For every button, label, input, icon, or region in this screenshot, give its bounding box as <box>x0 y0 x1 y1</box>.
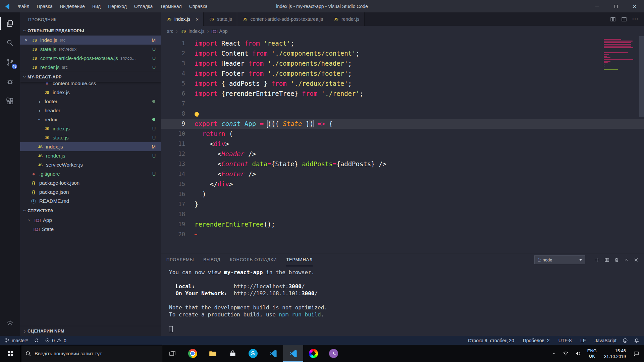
code-line-19[interactable]: 19rerenderEntireTree(); <box>161 219 644 229</box>
outline-item-State[interactable]: [@]State <box>20 225 161 234</box>
task-view-button[interactable] <box>162 345 182 362</box>
tree-item-render.js[interactable]: JSrender.jsU <box>20 151 161 160</box>
chrome-icon[interactable] <box>182 345 203 362</box>
code-line-18[interactable]: 18 <box>161 209 644 219</box>
panel-tab-ВЫВОД[interactable]: ВЫВОД <box>203 253 220 266</box>
viber-icon[interactable] <box>323 345 343 362</box>
editor-scrollbar[interactable] <box>639 36 644 117</box>
feedback-smiley-icon[interactable] <box>623 338 628 343</box>
settings-gear-icon[interactable] <box>0 313 20 333</box>
maximize-button[interactable] <box>606 0 625 12</box>
notifications-bell-icon[interactable] <box>634 338 639 343</box>
code-line-15[interactable]: 15 </div> <box>161 179 644 189</box>
open-editor-content-article-add-post-textarea.js[interactable]: JScontent-article-add-post-textarea.jssr… <box>20 54 161 63</box>
taskbar-search-input[interactable] <box>35 351 158 356</box>
close-icon[interactable]: × <box>23 37 29 43</box>
panel-tab-ТЕРМИНАЛ[interactable]: ТЕРМИНАЛ <box>286 253 313 266</box>
code-line-5[interactable]: 5import { addPosts } from './redux/state… <box>161 78 644 88</box>
search-icon[interactable] <box>0 33 20 53</box>
extensions-icon[interactable] <box>0 92 20 111</box>
tree-item-footer[interactable]: footer <box>20 97 161 106</box>
tree-item-serviceWorker.js[interactable]: JSserviceWorker.js <box>20 160 161 169</box>
menu-Отладка[interactable]: Отладка <box>130 0 156 12</box>
tree-item-index.js[interactable]: JSindex.jsM <box>20 142 161 151</box>
panel-tab-ПРОБЛЕМЫ[interactable]: ПРОБЛЕМЫ <box>166 253 194 266</box>
status-item[interactable]: Строка 9, столбец 20 <box>468 338 514 343</box>
terminal-select[interactable]: 1: node <box>534 255 585 264</box>
status-item[interactable]: UTF-8 <box>558 338 572 343</box>
terminal[interactable]: You can now view my-react-app in the bro… <box>161 266 644 336</box>
close-panel-icon[interactable] <box>634 257 639 262</box>
section-npm-scripts[interactable]: СЦЕНАРИИ NPM <box>20 326 161 336</box>
volume-icon[interactable] <box>572 345 584 362</box>
more-actions-icon[interactable] <box>632 16 639 22</box>
code-line-13[interactable]: 13 <Content data={State} addPosts={addPo… <box>161 159 644 169</box>
code-line-7[interactable]: 7 <box>161 99 644 109</box>
explorer-icon[interactable] <box>0 14 20 33</box>
tree-item-package-lock.json[interactable]: {}package-lock.json <box>20 178 161 187</box>
tree-item-index.js[interactable]: JSindex.jsU <box>20 124 161 133</box>
tree-item-header[interactable]: header <box>20 106 161 115</box>
taskbar-search[interactable] <box>21 345 162 362</box>
code-line-20[interactable]: 20 <box>161 229 644 239</box>
debug-icon[interactable] <box>0 72 20 92</box>
status-item[interactable]: LF <box>580 338 586 343</box>
tree-item-package.json[interactable]: {}package.json <box>20 187 161 196</box>
clock[interactable]: 15:46 31.10.2019 <box>600 348 630 359</box>
code-line-11[interactable]: 11 <div> <box>161 139 644 149</box>
kill-terminal-icon[interactable] <box>614 257 619 262</box>
menu-Справка[interactable]: Справка <box>185 0 211 12</box>
code-line-1[interactable]: 1import React from 'react'; <box>161 38 644 48</box>
code-line-12[interactable]: 12 <Header /> <box>161 149 644 159</box>
open-editor-state.js[interactable]: JSstate.jssrc\reduxU <box>20 45 161 54</box>
tree-item-redux[interactable]: redux <box>20 115 161 124</box>
menu-Файл[interactable]: Файл <box>14 0 33 12</box>
notification-center-icon[interactable] <box>630 345 642 362</box>
sync-icon[interactable] <box>34 338 39 343</box>
minimap[interactable] <box>604 39 639 72</box>
source-control-icon[interactable]: 45 <box>0 53 20 72</box>
code-line-10[interactable]: 10 return ( <box>161 129 644 139</box>
tree-item-state.js[interactable]: JSstate.jsU <box>20 133 161 142</box>
vscode-taskbar-icon-active[interactable] <box>283 345 303 362</box>
close-button[interactable] <box>625 0 644 12</box>
tab-index.js[interactable]: JSindex.js× <box>161 12 204 26</box>
section-outline[interactable]: СТРУКТУРА <box>20 205 161 216</box>
code-editor[interactable]: 1import React from 'react';2import Conte… <box>161 36 644 253</box>
vscode-taskbar-icon[interactable] <box>263 345 283 362</box>
open-editor-index.js[interactable]: ×JSindex.jssrcM <box>20 36 161 45</box>
store-icon[interactable] <box>223 345 243 362</box>
tree-item-README.md[interactable]: iREADME.md <box>20 196 161 205</box>
new-terminal-icon[interactable] <box>595 257 600 262</box>
maximize-panel-icon[interactable] <box>624 257 629 262</box>
lightbulb-icon[interactable] <box>195 112 199 116</box>
start-button[interactable] <box>0 345 21 362</box>
close-icon[interactable]: × <box>196 16 199 22</box>
code-line-6[interactable]: 6import {rerenderEntireTree} from './ren… <box>161 88 644 99</box>
tab-render.js[interactable]: JSrender.js <box>328 12 365 26</box>
menu-Выделение[interactable]: Выделение <box>56 0 89 12</box>
tab-state.js[interactable]: JSstate.js <box>204 12 237 26</box>
tray-chevron-icon[interactable] <box>548 345 560 362</box>
layout-icon[interactable] <box>621 16 627 22</box>
code-line-16[interactable]: 16 ) <box>161 189 644 199</box>
code-line-3[interactable]: 3import Header from './components/header… <box>161 58 644 68</box>
code-line-14[interactable]: 14 <Footer /> <box>161 169 644 179</box>
code-line-2[interactable]: 2import Content from './components/conte… <box>161 48 644 58</box>
split-terminal-icon[interactable] <box>604 257 609 262</box>
menu-Терминал[interactable]: Терминал <box>156 0 185 12</box>
skype-icon[interactable] <box>243 345 263 362</box>
menu-Переход[interactable]: Переход <box>104 0 130 12</box>
file-explorer-icon[interactable] <box>203 345 223 362</box>
minimize-button[interactable] <box>588 0 606 12</box>
problems-status[interactable]: 0 0 <box>45 338 66 343</box>
outline-item-App[interactable]: [@]App <box>20 216 161 225</box>
wifi-icon[interactable] <box>560 345 572 362</box>
color-wheel-icon[interactable] <box>303 345 323 362</box>
menu-Вид[interactable]: Вид <box>89 0 104 12</box>
code-line-17[interactable]: 17} <box>161 199 644 209</box>
open-editor-render.js[interactable]: JSrender.jssrcU <box>20 63 161 72</box>
breadcrumb-App[interactable]: [@]App <box>211 28 227 34</box>
code-line-8[interactable]: 8 <box>161 109 644 119</box>
tree-item-content.module.css[interactable]: #content.module.css <box>20 82 161 88</box>
